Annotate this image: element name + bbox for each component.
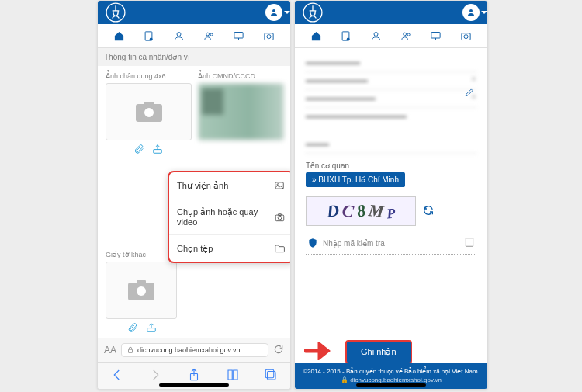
nav-monitor-icon[interactable] bbox=[430, 29, 442, 42]
org-value[interactable]: » BHXH Tp. Hồ Chí Minh bbox=[306, 172, 405, 187]
text-size-icon[interactable]: AA bbox=[104, 345, 116, 356]
home-indicator bbox=[159, 383, 229, 387]
nav-users-icon[interactable] bbox=[400, 29, 412, 42]
bhxh-logo bbox=[303, 2, 323, 23]
svg-rect-36 bbox=[462, 33, 470, 40]
svg-point-4 bbox=[177, 32, 181, 36]
form-row: ▬▬▬ bbox=[306, 136, 476, 154]
bookmarks-icon[interactable] bbox=[226, 368, 240, 383]
url-box[interactable]: dichvucong.baohiemxahoi.gov.vn bbox=[121, 343, 268, 357]
form-row: ▬▬▬▬▬▬▬▬▬▬▬▬▬ bbox=[306, 108, 476, 125]
menu-file[interactable]: Chọn tệp bbox=[169, 235, 290, 262]
form-row: ▬▬▬▬▬▬▬ bbox=[306, 54, 476, 72]
app-header bbox=[98, 1, 290, 24]
svg-point-1 bbox=[272, 9, 275, 12]
svg-rect-18 bbox=[279, 213, 282, 215]
arrow-indicator bbox=[304, 342, 335, 362]
submit-button[interactable]: Ghi nhận bbox=[345, 340, 412, 364]
safari-urlbar: AA dichvucong.baohiemxahoi.gov.vn bbox=[98, 338, 290, 362]
user-menu[interactable] bbox=[462, 4, 480, 21]
nav-user-icon[interactable] bbox=[173, 29, 185, 42]
svg-rect-27 bbox=[265, 369, 274, 378]
svg-point-6 bbox=[210, 33, 213, 36]
svg-rect-24 bbox=[129, 349, 133, 352]
user-menu[interactable] bbox=[265, 4, 282, 21]
svg-point-9 bbox=[267, 34, 271, 38]
svg-rect-26 bbox=[268, 372, 276, 380]
nav-monitor-icon[interactable] bbox=[233, 29, 245, 42]
nav-camera-icon[interactable] bbox=[263, 29, 275, 42]
reload-icon[interactable] bbox=[273, 344, 284, 356]
forward-icon[interactable] bbox=[148, 368, 162, 383]
svg-point-31 bbox=[347, 37, 350, 40]
tabs-icon[interactable] bbox=[264, 368, 278, 383]
svg-rect-8 bbox=[265, 33, 273, 40]
svg-point-33 bbox=[404, 33, 407, 36]
nav-home-icon[interactable] bbox=[113, 29, 125, 42]
section-title: Thông tin cá nhân/đơn vị bbox=[98, 48, 290, 66]
id-image[interactable] bbox=[198, 83, 284, 140]
svg-rect-13 bbox=[153, 150, 161, 154]
upload-icon[interactable] bbox=[146, 322, 157, 335]
attach-icon[interactable] bbox=[133, 144, 144, 156]
form-row: ▬▬▬▬▬▬▬▬▬× bbox=[306, 90, 476, 108]
menu-gallery[interactable]: Thư viện ảnh bbox=[169, 172, 290, 199]
svg-point-17 bbox=[278, 216, 282, 220]
org-label: Tên cơ quan bbox=[306, 161, 476, 170]
svg-point-29 bbox=[469, 9, 473, 12]
nav-doc-icon[interactable] bbox=[143, 29, 155, 42]
svg-rect-38 bbox=[466, 238, 473, 247]
svg-point-3 bbox=[150, 37, 153, 40]
svg-rect-35 bbox=[431, 32, 440, 38]
top-nav bbox=[98, 24, 290, 48]
form-row: ▬▬▬▬▬▬▬▬× bbox=[306, 72, 476, 90]
back-icon[interactable] bbox=[110, 368, 124, 383]
captcha-image: DC8MP bbox=[306, 196, 416, 226]
nav-camera-icon[interactable] bbox=[460, 29, 473, 42]
phone-left: Thông tin cá nhân/đơn vị Ảnh chân dung 4… bbox=[97, 0, 291, 390]
home-indicator bbox=[356, 383, 426, 387]
attach-icon[interactable] bbox=[127, 322, 138, 335]
svg-rect-23 bbox=[147, 328, 156, 332]
svg-point-37 bbox=[464, 34, 468, 38]
svg-point-32 bbox=[374, 32, 378, 36]
upload-icon[interactable] bbox=[152, 144, 163, 156]
menu-capture[interactable]: Chụp ảnh hoặc quay video bbox=[169, 199, 290, 235]
svg-rect-22 bbox=[137, 280, 146, 284]
captcha-input[interactable]: Nhập mã kiểm tra bbox=[306, 232, 476, 255]
portrait-label: Ảnh chân dung 4x6 bbox=[106, 72, 190, 80]
keyboard-icon bbox=[464, 237, 475, 249]
svg-point-5 bbox=[206, 33, 210, 36]
upload-menu: Thư viện ảnh Chụp ảnh hoặc quay video Ch… bbox=[168, 171, 290, 263]
share-icon[interactable] bbox=[187, 368, 201, 383]
svg-point-34 bbox=[407, 33, 410, 36]
svg-rect-12 bbox=[144, 102, 154, 106]
phone-right: ▬▬▬▬▬▬▬ ▬▬▬▬▬▬▬▬× ▬▬▬▬▬▬▬▬▬× ▬▬▬▬▬▬▬▬▬▬▬… bbox=[294, 0, 488, 390]
portrait-placeholder[interactable] bbox=[106, 83, 192, 140]
nav-doc-icon[interactable] bbox=[340, 29, 352, 42]
app-header bbox=[295, 1, 487, 24]
portrait-actions bbox=[106, 144, 190, 156]
nav-users-icon[interactable] bbox=[203, 29, 215, 42]
svg-point-11 bbox=[144, 108, 154, 117]
svg-point-15 bbox=[277, 184, 279, 186]
svg-rect-7 bbox=[234, 32, 243, 38]
id-label: Ảnh CMND/CCCD bbox=[198, 72, 282, 80]
captcha-refresh-icon[interactable] bbox=[422, 204, 435, 218]
nav-user-icon[interactable] bbox=[370, 29, 383, 42]
top-nav bbox=[295, 24, 487, 48]
bhxh-logo bbox=[106, 2, 126, 23]
nav-home-icon[interactable] bbox=[310, 29, 322, 42]
svg-point-21 bbox=[137, 286, 146, 296]
other-placeholder[interactable] bbox=[106, 262, 177, 319]
other-actions bbox=[127, 322, 282, 335]
